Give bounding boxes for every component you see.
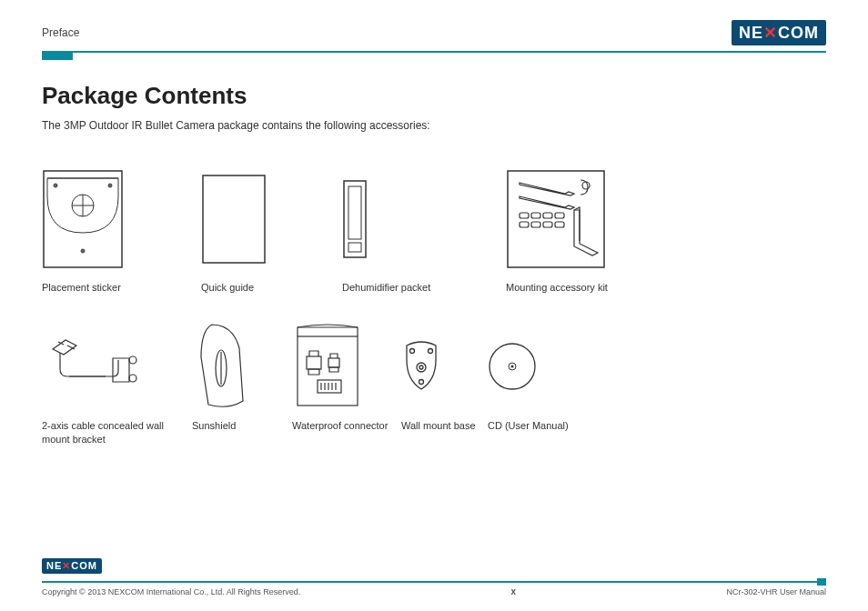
svg-point-44 — [419, 380, 424, 385]
wall-mount-base-illustration — [401, 321, 441, 412]
contents-row-2: 2-axis cable concealed wall mount bracke… — [42, 321, 826, 446]
contents-row-1: Placement sticker Quick guide Dehumidifi… — [42, 165, 826, 294]
item-label: Placement sticker — [42, 281, 121, 294]
cd-illustration — [488, 321, 537, 412]
page-title: Package Contents — [42, 82, 826, 110]
page-number: x — [511, 586, 517, 596]
page-footer: NE✕COM Copyright © 2013 NEXCOM Internati… — [42, 556, 826, 596]
svg-point-27 — [129, 356, 136, 364]
svg-rect-23 — [520, 222, 529, 227]
item-label: 2-axis cable concealed wall mount bracke… — [42, 419, 178, 446]
svg-point-42 — [417, 363, 426, 372]
item-quick-guide: Quick guide — [201, 165, 342, 294]
item-label: Mounting accessory kit — [506, 281, 608, 294]
waterproof-connector-illustration — [292, 321, 363, 412]
item-wall-mount-base: Wall mount base — [401, 321, 488, 446]
svg-point-40 — [410, 349, 415, 354]
item-waterproof-connector: Waterproof connector — [292, 321, 401, 446]
svg-rect-19 — [520, 213, 529, 218]
svg-rect-33 — [328, 358, 339, 367]
svg-rect-20 — [531, 213, 540, 218]
svg-point-43 — [419, 366, 423, 369]
dehumidifier-illustration — [342, 165, 368, 274]
item-label: CD (User Manual) — [488, 419, 569, 432]
svg-rect-16 — [348, 243, 361, 252]
brand-logo-text: NE✕COM — [732, 20, 826, 45]
item-sunshield: Sunshield — [192, 321, 292, 446]
item-dehumidifier: Dehumidifier packet — [342, 165, 506, 294]
item-mounting-kit: Mounting accessory kit — [506, 165, 661, 294]
svg-rect-24 — [531, 222, 540, 227]
svg-rect-21 — [543, 213, 552, 218]
svg-rect-14 — [344, 181, 366, 257]
svg-rect-26 — [555, 222, 564, 227]
item-label: Waterproof connector — [292, 419, 388, 432]
wall-bracket-illustration — [42, 321, 146, 412]
doc-title: NCr-302-VHR User Manual — [726, 587, 826, 596]
svg-point-41 — [429, 349, 433, 354]
item-wall-bracket: 2-axis cable concealed wall mount bracke… — [42, 321, 192, 446]
svg-point-18 — [582, 182, 590, 189]
item-placement-sticker: Placement sticker — [42, 165, 201, 294]
svg-point-28 — [129, 375, 136, 382]
svg-rect-25 — [543, 222, 552, 227]
svg-rect-31 — [298, 336, 358, 406]
header-rule — [42, 51, 826, 53]
svg-rect-15 — [348, 186, 361, 239]
item-label: Wall mount base — [401, 419, 476, 432]
svg-rect-32 — [307, 356, 321, 369]
quick-guide-illustration — [201, 165, 267, 274]
copyright-text: Copyright © 2013 NEXCOM International Co… — [42, 587, 300, 596]
placement-sticker-illustration — [42, 165, 124, 274]
footer-logo: NE✕COM — [42, 558, 102, 574]
item-label: Quick guide — [201, 281, 254, 294]
intro-text: The 3MP Outdoor IR Bullet Camera package… — [42, 119, 826, 132]
brand-logo: NE✕COM — [732, 20, 826, 45]
svg-rect-22 — [555, 213, 564, 218]
header-row: Preface NE✕COM — [42, 20, 826, 45]
item-cd: CD (User Manual) — [488, 321, 569, 446]
footer-rule — [42, 581, 826, 583]
svg-point-47 — [511, 366, 514, 368]
svg-rect-13 — [203, 175, 265, 263]
sunshield-illustration — [192, 321, 248, 412]
mounting-kit-illustration — [506, 165, 606, 274]
item-label: Sunshield — [192, 419, 236, 432]
item-label: Dehumidifier packet — [342, 281, 430, 294]
section-label: Preface — [42, 26, 79, 39]
